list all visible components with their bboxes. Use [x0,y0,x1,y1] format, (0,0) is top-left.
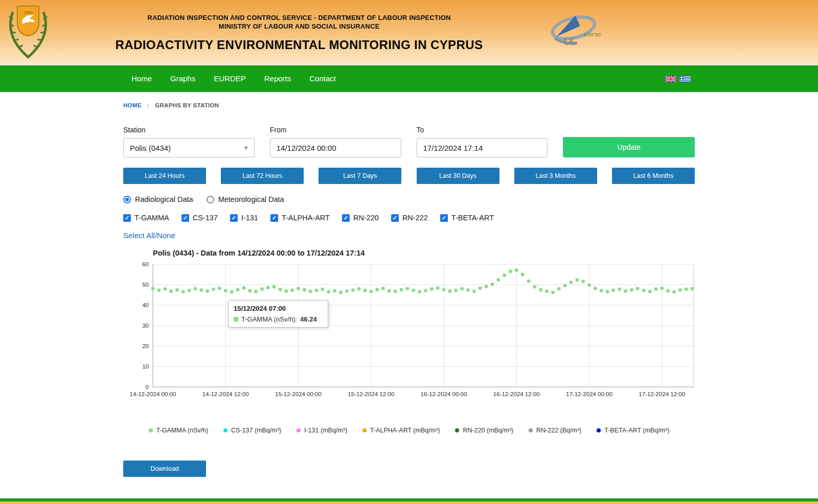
from-date-input[interactable] [270,138,401,157]
svg-text:16-12-2024 12:00: 16-12-2024 12:00 [493,391,540,397]
last-30-days-button[interactable]: Last 30 Days [417,168,499,184]
legend-item-i-131[interactable]: I-131 (mBq/m³) [297,427,347,434]
t-beta-art-checkbox[interactable]: ✓ T-BETA-ART [440,214,494,222]
lang-english-flag-icon[interactable] [665,76,676,82]
checkbox-checked-icon: ✓ [270,214,278,222]
svg-text:15-12-2024 00:00: 15-12-2024 00:00 [275,391,322,397]
svg-text:20: 20 [142,343,149,349]
station-label: Station [123,126,255,134]
select-all-none-link[interactable]: Select All/None [123,231,175,240]
i-131-checkbox[interactable]: ✓ I-131 [230,214,258,222]
legend-label: I-131 (mBq/m³) [304,427,347,434]
last-6-months-button[interactable]: Last 6 Months [612,168,695,184]
svg-text:0: 0 [146,384,149,390]
svg-text:17-12-2024 00:00: 17-12-2024 00:00 [566,391,612,397]
breadcrumb-current: GRAPHS BY STATION [155,102,219,108]
to-label: To [417,126,548,134]
t-alpha-art-label: T-ALPHA-ART [282,214,330,222]
cyprus-coat-of-arms: 1960 [0,4,56,62]
chart[interactable]: 010203040506014-12-2024 00:0014-12-2024 … [123,261,695,402]
nav-eurdep[interactable]: EURDEP [204,65,255,92]
svg-text:60: 60 [142,261,149,267]
legend-item-t-alpha-art[interactable]: T-ALPHA-ART (mBq/m³) [362,427,440,434]
service-logo: €€ ΕΛΕΓΧΟΥ [542,12,603,54]
nav-reports[interactable]: Reports [255,65,301,92]
svg-text:10: 10 [142,363,149,370]
main-nav: Home Graphs EURDEP Reports Contact [0,65,818,92]
tooltip-series-label: T-GAMMA (nSv/h): [241,315,297,323]
lang-greek-flag-icon[interactable] [679,76,691,82]
legend-label: T-ALPHA-ART (mBq/m³) [370,427,440,434]
legend-marker [455,428,459,432]
legend-label: T-GAMMA (nSv/h) [156,427,208,434]
t-gamma-label: T-GAMMA [134,214,169,222]
svg-text:40: 40 [142,302,149,308]
nav-graphs[interactable]: Graphs [161,65,204,92]
station-selected-value: Polis (0434) [130,144,171,152]
radiological-data-radio[interactable]: Radiological Data [123,195,193,203]
checkbox-checked-icon: ✓ [181,214,189,222]
svg-text:14-12-2024 12:00: 14-12-2024 12:00 [202,391,249,397]
radio-selected-icon [123,196,131,203]
page-header: 1960 RADIATION INSPECTION AND CONTROL SE… [0,0,818,65]
legend-marker [223,428,228,432]
rn-220-checkbox[interactable]: ✓ RN-220 [342,214,379,222]
legend-label: RN-220 (mBq/m³) [463,427,513,434]
legend-item-cs-137[interactable]: CS-137 (mBq/m³) [223,427,281,434]
tooltip-timestamp: 15/12/2024 07:00 [234,305,323,312]
breadcrumb-home-link[interactable]: HOME [123,102,142,108]
checkbox-checked-icon: ✓ [342,214,350,222]
svg-text:1960: 1960 [24,10,32,15]
svg-text:17-12-2024 12:00: 17-12-2024 12:00 [639,391,685,397]
nav-home[interactable]: Home [123,65,161,92]
legend-label: T-BETA-ART (mBq/m³) [604,427,669,434]
radio-unselected-icon [207,196,214,203]
legend-marker [529,428,533,432]
last-3-months-button[interactable]: Last 3 Months [514,168,597,184]
checkbox-checked-icon: ✓ [230,214,238,222]
t-beta-art-label: T-BETA-ART [451,214,494,222]
checkbox-checked-icon: ✓ [440,214,448,222]
legend-item-rn-222[interactable]: RN-222 (Bq/m³) [529,427,581,434]
rn-222-checkbox[interactable]: ✓ RN-222 [391,214,428,222]
to-date-input[interactable] [417,138,548,157]
svg-text:16-12-2024 00:00: 16-12-2024 00:00 [421,391,467,397]
chart-plot-area[interactable]: 010203040506014-12-2024 00:0014-12-2024 … [123,261,695,400]
download-button[interactable]: Download [123,461,206,477]
legend-marker [597,428,601,432]
last-7-days-button[interactable]: Last 7 Days [319,168,401,184]
legend-item-t-gamma[interactable]: T-GAMMA (nSv/h) [149,427,208,434]
svg-text:14-12-2024 00:00: 14-12-2024 00:00 [130,391,176,397]
rn-220-label: RN-220 [353,214,379,222]
rn-222-label: RN-222 [402,214,428,222]
i-131-label: I-131 [241,214,258,222]
last-24-hours-button[interactable]: Last 24 Hours [123,168,206,184]
t-alpha-art-checkbox[interactable]: ✓ T-ALPHA-ART [270,214,330,222]
chart-tooltip: 15/12/2024 07:00 T-GAMMA (nSv/h): 46.24 [228,300,328,328]
meteorological-data-label: Meteorological Data [218,195,284,203]
legend-label: RN-222 (Bq/m³) [536,427,581,434]
legend-item-rn-220[interactable]: RN-220 (mBq/m³) [455,427,513,434]
legend-item-t-beta-art[interactable]: T-BETA-ART (mBq/m³) [597,427,669,434]
header-line2: MINISTRY OF LABOUR AND SOCIAL INSURANCE [66,22,532,31]
meteorological-data-radio[interactable]: Meteorological Data [207,195,284,203]
legend-marker [149,428,153,432]
page-footer: RADIATION INSPECTION AND CONTROL SERVICE… [0,498,818,504]
header-line1: RADIATION INSPECTION AND CONTROL SERVICE… [66,13,532,22]
t-gamma-checkbox[interactable]: ✓ T-GAMMA [123,214,169,222]
chart-title: Polis (0434) - Data from 14/12/2024 00:0… [153,249,695,257]
cs-137-checkbox[interactable]: ✓ CS-137 [181,214,218,222]
svg-text:15-12-2024 12:00: 15-12-2024 12:00 [348,391,394,397]
tooltip-series-marker [234,317,238,322]
checkbox-checked-icon: ✓ [391,214,399,222]
svg-text:30: 30 [142,323,149,329]
chart-legend: T-GAMMA (nSv/h) CS-137 (mBq/m³) I-131 (m… [123,427,695,434]
checkbox-checked-icon: ✓ [123,214,131,222]
svg-text:50: 50 [142,282,149,288]
last-72-hours-button[interactable]: Last 72 Hours [221,168,304,184]
svg-text:ΕΛΕΓΧΟΥ: ΕΛΕΓΧΟΥ [584,33,601,37]
page-title: RADIOACTIVITY ENVIRONMENTAL MONITORING I… [66,38,532,52]
update-button[interactable]: Update [563,137,695,157]
nav-contact[interactable]: Contact [300,65,345,92]
station-select[interactable]: Polis (0434) ▼ [123,138,255,157]
